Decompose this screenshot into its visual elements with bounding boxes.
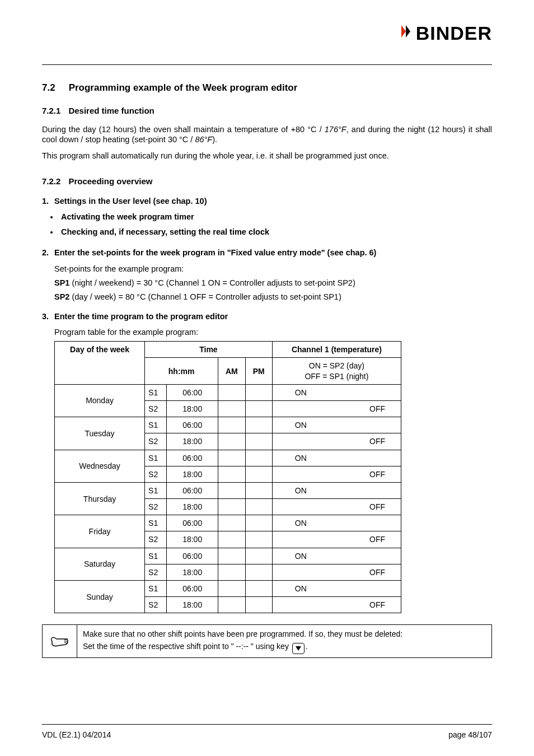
note-box: Make sure that no other shift points hav… (42, 624, 492, 658)
brand-name: BINDER (416, 22, 492, 44)
program-table-wrap: Day of the week Time Channel 1 (temperat… (54, 341, 492, 613)
cell-am (218, 597, 245, 613)
section-heading-7-2: 7.2 Programming example of the Week prog… (42, 82, 492, 94)
cell-am (218, 482, 245, 498)
cell-day: Saturday (55, 548, 145, 580)
cell-pm (245, 466, 272, 482)
cell-day: Wednesday (55, 450, 145, 482)
th-day: Day of the week (55, 342, 145, 385)
cell-am (218, 466, 245, 482)
step-1-heading: 1. Settings in the User level (see chap.… (42, 196, 492, 207)
cell-am (218, 384, 245, 400)
cell-time: 18:00 (167, 433, 218, 450)
bullet-check-clock: Checking and, if necessary, setting the … (59, 227, 492, 237)
svg-marker-2 (296, 646, 301, 651)
section-heading-7-2-2: 7.2.2 Proceeding overview (42, 176, 492, 187)
subsection-title: Desired time function (68, 105, 154, 116)
cell-shift: S1 (145, 384, 167, 400)
cell-shift: S1 (145, 450, 167, 466)
section-number: 7.2 (42, 82, 55, 94)
cell-time: 06:00 (167, 384, 218, 400)
cell-channel: ON (272, 548, 401, 564)
table-row: MondayS106:00ON (55, 384, 401, 400)
cell-channel: ON (272, 515, 401, 531)
page-content: 7.2 Programming example of the Week prog… (42, 65, 492, 724)
paragraph-721-2: This program shall automatically run dur… (42, 151, 492, 161)
cell-time: 18:00 (167, 400, 218, 417)
cell-day: Sunday (55, 581, 145, 613)
cell-channel: ON (272, 581, 401, 597)
cell-shift: S1 (145, 581, 167, 597)
sp2-line: SP2 (day / week) = 80 °C (Channel 1 OFF … (54, 292, 492, 302)
subsection-title: Proceeding overview (68, 176, 152, 187)
cell-channel: OFF (272, 466, 401, 482)
cell-channel: ON (272, 417, 401, 433)
cell-shift: S2 (145, 597, 167, 613)
th-time: Time (145, 342, 273, 358)
cell-day: Friday (55, 515, 145, 548)
cell-pm (245, 581, 272, 597)
paragraph-721-1: During the day (12 hours) the oven shall… (42, 124, 492, 146)
section-title: Programming example of the Week program … (69, 82, 298, 94)
cell-am (218, 499, 245, 515)
table-row: FridayS106:00ON (55, 515, 401, 531)
cell-am (218, 433, 245, 450)
table-row: WednesdayS106:00ON (55, 450, 401, 466)
th-am: AM (218, 358, 245, 384)
subsection-number: 7.2.2 (42, 176, 60, 187)
sp1-line: SP1 (night / weekend) = 30 °C (Channel 1… (54, 278, 492, 288)
cell-am (218, 564, 245, 580)
cell-shift: S1 (145, 417, 167, 433)
cell-pm (245, 515, 272, 531)
cell-channel: OFF (272, 597, 401, 613)
cell-channel: OFF (272, 433, 401, 450)
cell-pm (245, 548, 272, 564)
cell-shift: S2 (145, 564, 167, 580)
svg-marker-1 (406, 25, 410, 38)
cell-shift: S2 (145, 531, 167, 548)
step-2-heading: 2. Enter the set-points for the week pro… (42, 248, 492, 258)
cell-time: 18:00 (167, 531, 218, 548)
table-row: SaturdayS106:00ON (55, 548, 401, 564)
cell-time: 18:00 (167, 597, 218, 613)
cell-am (218, 450, 245, 466)
brand-logo: BINDER (398, 22, 492, 44)
cell-pm (245, 417, 272, 433)
cell-channel: ON (272, 482, 401, 498)
cell-shift: S1 (145, 482, 167, 498)
cell-am (218, 548, 245, 564)
th-hhmm: hh:mm (145, 358, 218, 384)
cell-channel: ON (272, 384, 401, 400)
cell-am (218, 417, 245, 433)
step-3-intro: Program table for the example program: (54, 327, 492, 338)
section-heading-7-2-1: 7.2.1 Desired time function (42, 105, 492, 116)
cell-pm (245, 564, 272, 580)
cell-time: 18:00 (167, 466, 218, 482)
cell-am (218, 400, 245, 417)
cell-pm (245, 450, 272, 466)
info-hand-icon (43, 625, 77, 657)
cell-pm (245, 499, 272, 515)
cell-am (218, 581, 245, 597)
cell-time: 06:00 (167, 581, 218, 597)
cell-shift: S2 (145, 499, 167, 515)
cell-shift: S2 (145, 433, 167, 450)
cell-day: Tuesday (55, 417, 145, 450)
cell-time: 06:00 (167, 548, 218, 564)
page-header: BINDER (42, 22, 492, 64)
cell-pm (245, 531, 272, 548)
cell-pm (245, 400, 272, 417)
cell-shift: S2 (145, 466, 167, 482)
cell-channel: OFF (272, 400, 401, 417)
cell-channel: OFF (272, 499, 401, 515)
note-text: Make sure that no other shift points hav… (77, 625, 491, 657)
cell-time: 06:00 (167, 482, 218, 498)
cell-time: 06:00 (167, 450, 218, 466)
cell-am (218, 515, 245, 531)
cell-time: 06:00 (167, 417, 218, 433)
th-channel: Channel 1 (temperature) (272, 342, 401, 358)
table-row: SundayS106:00ON (55, 581, 401, 597)
step-3-heading: 3. Enter the time program to the program… (42, 311, 492, 322)
cell-time: 18:00 (167, 564, 218, 580)
step-1-bullets: Activating the week program timer Checki… (42, 212, 492, 237)
